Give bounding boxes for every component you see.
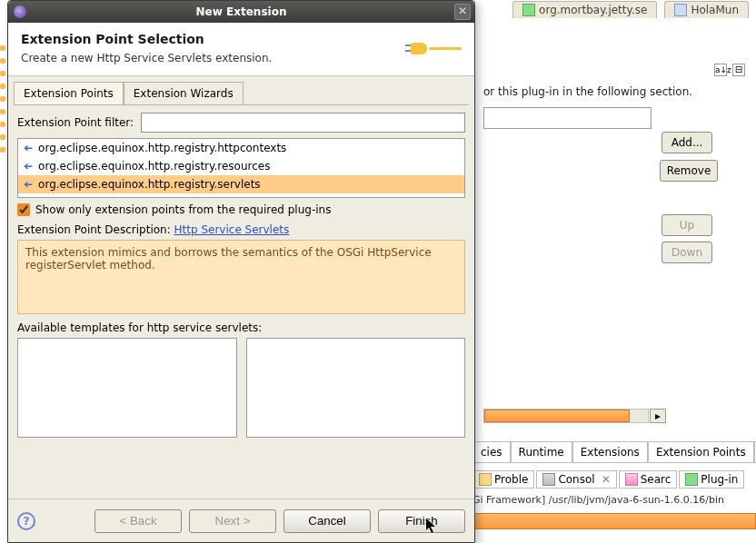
plugin-icon — [522, 4, 535, 16]
extension-point-icon: ➔ — [24, 142, 33, 154]
extension-point-icon: ➔ — [24, 178, 33, 191]
editor-tab-label: org.mortbay.jetty.se — [539, 4, 647, 16]
next-button: Next > — [189, 509, 276, 533]
view-search[interactable]: Searc — [619, 470, 678, 489]
cancel-button[interactable]: Cancel — [284, 509, 371, 533]
view-console[interactable]: Consol✕ — [536, 470, 616, 489]
add-button[interactable]: Add... — [662, 132, 712, 153]
scrollbar-thumb[interactable] — [484, 410, 630, 422]
dialog-title: New Extension — [196, 5, 287, 18]
description-link[interactable]: Http Service Servlets — [174, 223, 290, 236]
extension-point-filter-input[interactable] — [141, 113, 465, 133]
view-problems[interactable]: Proble — [472, 470, 534, 489]
tab-extension-wizards[interactable]: Extension Wizards — [124, 82, 244, 104]
list-item-label: org.eclipse.equinox.http.registry.httpco… — [38, 142, 286, 154]
tab-extension-points[interactable]: Extension Points — [648, 442, 754, 463]
eclipse-icon — [14, 5, 26, 18]
console-output-line: Gi Framework] /usr/lib/jvm/java-6-sun-1.… — [472, 494, 756, 506]
view-label: Proble — [494, 473, 528, 486]
view-label: Consol — [558, 473, 594, 486]
finish-button[interactable]: Finish — [378, 509, 465, 533]
sort-az-icon[interactable]: a↓z — [714, 64, 727, 76]
wizard-heading: Extension Point Selection — [21, 32, 272, 46]
show-required-checkbox[interactable] — [17, 203, 30, 216]
back-button: < Back — [94, 509, 182, 533]
description-label: Extension Point Description: — [17, 223, 174, 236]
description-text: This extension mimics and borrows the se… — [17, 240, 465, 314]
filter-label: Extension Point filter: — [17, 116, 134, 129]
extension-point-list[interactable]: ➔org.eclipse.equinox.http.registry.httpc… — [17, 138, 465, 198]
show-required-label: Show only extension points from the requ… — [35, 203, 331, 216]
list-item[interactable]: ➔org.eclipse.equinox.http.registry.resou… — [18, 157, 464, 175]
up-button: Up — [662, 214, 712, 236]
file-icon — [674, 4, 687, 16]
remove-button[interactable]: Remove — [660, 160, 718, 182]
scroll-right-icon[interactable]: ▸ — [650, 409, 666, 423]
help-icon[interactable]: ? — [17, 512, 35, 530]
tab-dependencies[interactable]: cies — [472, 442, 511, 463]
extension-point-icon: ➔ — [24, 160, 33, 173]
horizontal-scrollbar[interactable]: ▸ — [483, 409, 649, 423]
close-view-icon[interactable]: ✕ — [602, 473, 611, 486]
plugin-icon — [685, 473, 698, 486]
wizard-subheading: Create a new Http Service Servlets exten… — [21, 52, 272, 64]
list-item-label: org.eclipse.equinox.http.registry.resour… — [38, 160, 270, 173]
extension-filter-field-bg[interactable] — [483, 107, 652, 129]
collapse-all-icon[interactable]: ⊟ — [732, 64, 745, 76]
problems-icon — [479, 473, 492, 486]
editor-tab[interactable]: org.mortbay.jetty.se — [512, 1, 657, 18]
plug-icon — [411, 41, 462, 55]
console-scrollbar[interactable] — [472, 513, 756, 529]
view-label: Plug-in — [701, 473, 738, 486]
close-icon[interactable]: ✕ — [454, 4, 471, 20]
template-description — [246, 338, 466, 438]
list-item[interactable]: ➔org.eclipse.equinox.http.registry.servl… — [18, 175, 464, 193]
list-item[interactable]: ➔org.eclipse.equinox.http.registry.httpc… — [18, 139, 464, 157]
tab-runtime[interactable]: Runtime — [511, 442, 572, 463]
templates-list[interactable] — [17, 338, 237, 438]
available-templates-label: Available templates for http service ser… — [17, 321, 465, 334]
section-description: or this plug-in in the following section… — [483, 85, 692, 98]
list-item-label: org.eclipse.equinox.http.registry.servle… — [38, 178, 261, 191]
editor-tab-label: HolaMun — [691, 4, 739, 16]
dialog-titlebar[interactable]: New Extension ✕ — [8, 1, 474, 23]
view-plugin-registry[interactable]: Plug-in — [679, 470, 744, 489]
tab-extension-points[interactable]: Extension Points — [14, 82, 124, 104]
editor-tab[interactable]: HolaMun — [664, 1, 749, 18]
tab-extensions[interactable]: Extensions — [572, 442, 648, 463]
console-icon — [542, 473, 555, 486]
view-label: Searc — [641, 473, 671, 486]
down-button: Down — [662, 242, 712, 263]
search-icon — [625, 473, 638, 486]
new-extension-dialog: New Extension ✕ Extension Point Selectio… — [7, 0, 475, 543]
